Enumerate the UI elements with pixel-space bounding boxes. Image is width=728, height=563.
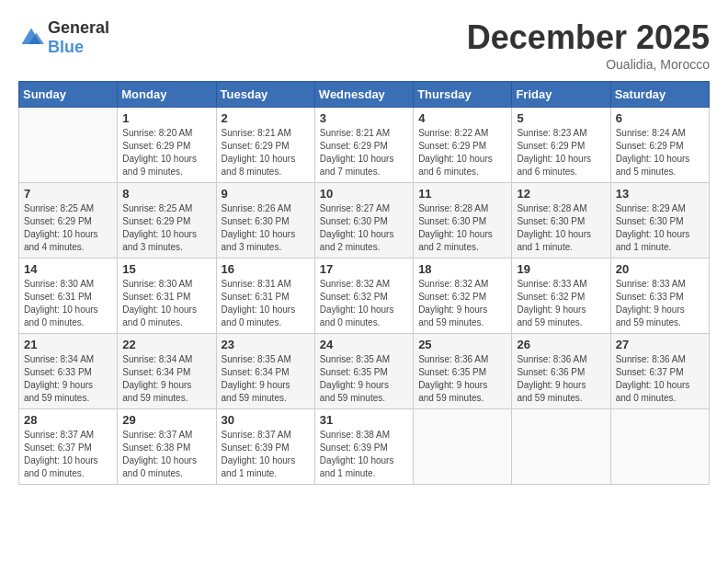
day-number: 15 — [122, 262, 210, 276]
col-header-thursday: Thursday — [414, 82, 512, 108]
day-number: 25 — [418, 338, 506, 351]
day-info: Sunrise: 8:38 AM Sunset: 6:39 PM Dayligh… — [320, 429, 408, 480]
day-number: 7 — [24, 187, 112, 201]
logo: General Blue — [18, 18, 109, 57]
col-header-wednesday: Wednesday — [314, 82, 413, 108]
day-info: Sunrise: 8:36 AM Sunset: 6:36 PM Dayligh… — [517, 353, 605, 405]
calendar: SundayMondayTuesdayWednesdayThursdayFrid… — [18, 81, 710, 485]
day-info: Sunrise: 8:31 AM Sunset: 6:31 PM Dayligh… — [222, 278, 310, 329]
calendar-cell — [512, 409, 610, 485]
day-number: 9 — [222, 187, 310, 201]
day-info: Sunrise: 8:25 AM Sunset: 6:29 PM Dayligh… — [24, 202, 112, 254]
day-info: Sunrise: 8:21 AM Sunset: 6:29 PM Dayligh… — [222, 127, 310, 178]
calendar-header-row: SundayMondayTuesdayWednesdayThursdayFrid… — [19, 82, 710, 108]
day-number: 23 — [222, 338, 310, 351]
calendar-cell: 16Sunrise: 8:31 AM Sunset: 6:31 PM Dayli… — [216, 259, 314, 334]
day-number: 16 — [222, 262, 310, 276]
calendar-cell: 5Sunrise: 8:23 AM Sunset: 6:29 PM Daylig… — [512, 108, 610, 183]
day-info: Sunrise: 8:23 AM Sunset: 6:29 PM Dayligh… — [517, 127, 605, 178]
day-info: Sunrise: 8:20 AM Sunset: 6:29 PM Dayligh… — [122, 127, 210, 178]
calendar-cell: 17Sunrise: 8:32 AM Sunset: 6:32 PM Dayli… — [314, 259, 413, 334]
day-info: Sunrise: 8:25 AM Sunset: 6:29 PM Dayligh… — [122, 202, 210, 254]
day-number: 5 — [517, 111, 605, 125]
title-block: December 2025 Oualidia, Morocco — [467, 18, 710, 72]
calendar-cell: 6Sunrise: 8:24 AM Sunset: 6:29 PM Daylig… — [610, 108, 709, 183]
calendar-cell: 31Sunrise: 8:38 AM Sunset: 6:39 PM Dayli… — [314, 409, 413, 485]
day-number: 26 — [517, 338, 605, 351]
day-number: 27 — [616, 338, 704, 351]
day-info: Sunrise: 8:22 AM Sunset: 6:29 PM Dayligh… — [418, 127, 506, 178]
calendar-cell: 7Sunrise: 8:25 AM Sunset: 6:29 PM Daylig… — [19, 183, 118, 259]
calendar-cell — [414, 409, 512, 485]
calendar-cell: 25Sunrise: 8:36 AM Sunset: 6:35 PM Dayli… — [414, 334, 512, 409]
day-number: 12 — [517, 187, 605, 201]
day-number: 17 — [320, 262, 408, 276]
calendar-cell: 20Sunrise: 8:33 AM Sunset: 6:33 PM Dayli… — [610, 259, 709, 334]
day-number: 11 — [418, 187, 506, 201]
calendar-cell: 11Sunrise: 8:28 AM Sunset: 6:30 PM Dayli… — [414, 183, 512, 259]
calendar-week-row: 1Sunrise: 8:20 AM Sunset: 6:29 PM Daylig… — [19, 108, 710, 183]
col-header-monday: Monday — [118, 82, 216, 108]
day-number: 20 — [616, 262, 704, 276]
day-info: Sunrise: 8:37 AM Sunset: 6:37 PM Dayligh… — [24, 429, 112, 480]
day-info: Sunrise: 8:24 AM Sunset: 6:29 PM Dayligh… — [616, 127, 704, 178]
calendar-cell: 4Sunrise: 8:22 AM Sunset: 6:29 PM Daylig… — [414, 108, 512, 183]
col-header-saturday: Saturday — [610, 82, 709, 108]
day-info: Sunrise: 8:37 AM Sunset: 6:38 PM Dayligh… — [122, 429, 210, 480]
calendar-cell: 3Sunrise: 8:21 AM Sunset: 6:29 PM Daylig… — [314, 108, 413, 183]
day-number: 31 — [320, 413, 408, 427]
month-title: December 2025 — [467, 18, 710, 57]
day-info: Sunrise: 8:36 AM Sunset: 6:35 PM Dayligh… — [418, 353, 506, 405]
calendar-cell: 26Sunrise: 8:36 AM Sunset: 6:36 PM Dayli… — [512, 334, 610, 409]
calendar-week-row: 21Sunrise: 8:34 AM Sunset: 6:33 PM Dayli… — [19, 334, 710, 409]
logo-icon — [18, 25, 44, 51]
logo-general: General — [48, 18, 109, 37]
day-info: Sunrise: 8:30 AM Sunset: 6:31 PM Dayligh… — [122, 278, 210, 329]
day-info: Sunrise: 8:28 AM Sunset: 6:30 PM Dayligh… — [517, 202, 605, 254]
col-header-friday: Friday — [512, 82, 610, 108]
calendar-cell: 28Sunrise: 8:37 AM Sunset: 6:37 PM Dayli… — [19, 409, 118, 485]
day-number: 28 — [24, 413, 112, 427]
location: Oualidia, Morocco — [467, 57, 710, 72]
calendar-cell — [19, 108, 118, 183]
day-number: 6 — [616, 111, 704, 125]
calendar-cell: 12Sunrise: 8:28 AM Sunset: 6:30 PM Dayli… — [512, 183, 610, 259]
day-info: Sunrise: 8:21 AM Sunset: 6:29 PM Dayligh… — [320, 127, 408, 178]
calendar-week-row: 14Sunrise: 8:30 AM Sunset: 6:31 PM Dayli… — [19, 259, 710, 334]
calendar-cell: 8Sunrise: 8:25 AM Sunset: 6:29 PM Daylig… — [118, 183, 216, 259]
day-number: 2 — [222, 111, 310, 125]
col-header-tuesday: Tuesday — [216, 82, 314, 108]
calendar-cell: 19Sunrise: 8:33 AM Sunset: 6:32 PM Dayli… — [512, 259, 610, 334]
day-info: Sunrise: 8:29 AM Sunset: 6:30 PM Dayligh… — [616, 202, 704, 254]
day-info: Sunrise: 8:35 AM Sunset: 6:34 PM Dayligh… — [222, 353, 310, 405]
day-number: 3 — [320, 111, 408, 125]
day-info: Sunrise: 8:28 AM Sunset: 6:30 PM Dayligh… — [418, 202, 506, 254]
calendar-cell — [610, 409, 709, 485]
calendar-cell: 21Sunrise: 8:34 AM Sunset: 6:33 PM Dayli… — [19, 334, 118, 409]
day-number: 22 — [122, 338, 210, 351]
day-info: Sunrise: 8:26 AM Sunset: 6:30 PM Dayligh… — [222, 202, 310, 254]
calendar-cell: 22Sunrise: 8:34 AM Sunset: 6:34 PM Dayli… — [118, 334, 216, 409]
col-header-sunday: Sunday — [19, 82, 118, 108]
day-info: Sunrise: 8:34 AM Sunset: 6:34 PM Dayligh… — [122, 353, 210, 405]
day-info: Sunrise: 8:27 AM Sunset: 6:30 PM Dayligh… — [320, 202, 408, 254]
calendar-cell: 29Sunrise: 8:37 AM Sunset: 6:38 PM Dayli… — [118, 409, 216, 485]
day-number: 10 — [320, 187, 408, 201]
calendar-week-row: 7Sunrise: 8:25 AM Sunset: 6:29 PM Daylig… — [19, 183, 710, 259]
day-info: Sunrise: 8:32 AM Sunset: 6:32 PM Dayligh… — [418, 278, 506, 329]
day-info: Sunrise: 8:33 AM Sunset: 6:33 PM Dayligh… — [616, 278, 704, 329]
day-number: 19 — [517, 262, 605, 276]
calendar-cell: 9Sunrise: 8:26 AM Sunset: 6:30 PM Daylig… — [216, 183, 314, 259]
day-number: 29 — [122, 413, 210, 427]
calendar-cell: 15Sunrise: 8:30 AM Sunset: 6:31 PM Dayli… — [118, 259, 216, 334]
day-number: 4 — [418, 111, 506, 125]
day-info: Sunrise: 8:34 AM Sunset: 6:33 PM Dayligh… — [24, 353, 112, 405]
calendar-cell: 1Sunrise: 8:20 AM Sunset: 6:29 PM Daylig… — [118, 108, 216, 183]
day-number: 24 — [320, 338, 408, 351]
calendar-cell: 13Sunrise: 8:29 AM Sunset: 6:30 PM Dayli… — [610, 183, 709, 259]
day-number: 30 — [222, 413, 310, 427]
page-header: General Blue December 2025 Oualidia, Mor… — [18, 18, 710, 72]
calendar-cell: 2Sunrise: 8:21 AM Sunset: 6:29 PM Daylig… — [216, 108, 314, 183]
calendar-cell: 18Sunrise: 8:32 AM Sunset: 6:32 PM Dayli… — [414, 259, 512, 334]
day-number: 21 — [24, 338, 112, 351]
